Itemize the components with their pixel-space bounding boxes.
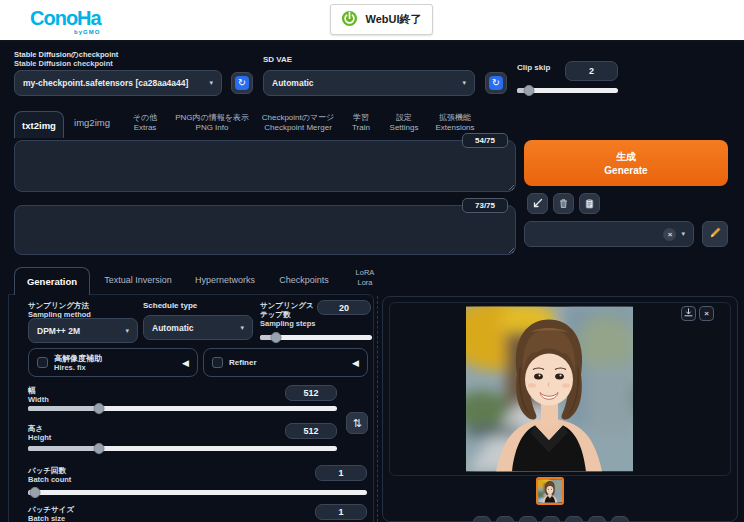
resize-handle-icon[interactable] (508, 184, 515, 191)
hires-fix-accordion[interactable]: 高解像度補助 Hires. fix ◀ (28, 348, 198, 377)
height-input[interactable]: 512 (285, 423, 337, 439)
schedule-type-value: Automatic (152, 323, 194, 333)
switch-dimensions-button[interactable]: ⇅ (346, 412, 368, 434)
hires-fix-checkbox[interactable] (37, 357, 48, 368)
tab-txt2img[interactable]: txt2img (14, 111, 64, 138)
sampling-method-value: DPM++ 2M (37, 326, 80, 336)
tab-generation[interactable]: Generation (14, 267, 90, 295)
checkpoint-value: my-checkpoint.safetensors [ca28aa4a44] (23, 78, 188, 88)
pencil-icon (709, 225, 722, 243)
prompt-token-counter: 54/75 (462, 133, 508, 148)
generated-image[interactable] (466, 306, 633, 472)
negative-prompt-input[interactable] (14, 205, 516, 255)
webui-exit-label: WebUI終了 (365, 12, 421, 27)
webui-exit-button[interactable]: WebUI終了 (330, 4, 433, 35)
schedule-type-label: Schedule type (143, 301, 197, 310)
batch-count-input[interactable]: 1 (315, 465, 367, 481)
gallery-action-button[interactable] (588, 516, 606, 522)
column-resize-handle[interactable] (377, 296, 378, 522)
generate-button[interactable]: 生成 Generate (524, 140, 728, 186)
gallery-action-button[interactable] (496, 516, 514, 522)
top-header: ConoHa byGMO WebUI終了 (0, 0, 744, 42)
clip-skip-label: Clip skip (517, 63, 550, 72)
resize-handle-icon[interactable] (508, 247, 515, 254)
close-image-button[interactable]: × (699, 306, 714, 321)
collapse-arrow-icon[interactable]: ◀ (352, 358, 359, 368)
hires-fix-label-ja: 高解像度補助 (54, 354, 102, 363)
chevron-down-icon: ▾ (681, 230, 685, 238)
clip-skip-input[interactable]: 2 (565, 61, 618, 81)
clipboard-icon (584, 195, 595, 213)
vae-refresh-button[interactable]: ↻ (485, 72, 507, 94)
gallery-thumbnail-selected[interactable] (536, 477, 564, 505)
prompt-input[interactable] (14, 140, 516, 192)
height-label-en: Height (28, 433, 51, 442)
batch-count-label-en: Batch count (28, 475, 71, 484)
arrow-down-left-icon (532, 195, 543, 213)
sampling-method-label-ja: サンプリング方法 (28, 301, 89, 310)
refiner-label: Refiner (229, 358, 257, 367)
tab-checkpoint-merger[interactable]: Checkpointのマージ Checkpoint Merger (256, 113, 340, 132)
tab-hypernetworks[interactable]: Hypernetworks (188, 275, 262, 286)
sampling-steps-label-en: Sampling steps (260, 319, 315, 328)
stable-diffusion-webui: ConoHa byGMO WebUI終了 Stable Diffusionのch… (0, 0, 744, 522)
batch-count-slider[interactable] (28, 486, 367, 498)
chevron-down-icon: ▾ (125, 327, 129, 335)
sampling-steps-slider[interactable] (260, 331, 372, 343)
conoha-logo-sub: byGMO (74, 29, 100, 35)
gallery-action-button[interactable] (473, 516, 491, 522)
vae-label: SD VAE (263, 55, 292, 64)
batch-size-input[interactable]: 1 (315, 504, 367, 520)
collapse-arrow-icon[interactable]: ◀ (182, 358, 189, 368)
chevron-down-icon: ▾ (209, 79, 213, 87)
tab-lora[interactable]: LoRA Lora (346, 268, 384, 287)
sampling-steps-label-ja: サンプリングステップ数 (260, 301, 318, 319)
gallery-action-button[interactable] (519, 516, 537, 522)
sampling-method-dropdown[interactable]: DPM++ 2M ▾ (28, 318, 138, 343)
close-icon: × (704, 309, 709, 318)
edit-styles-button[interactable] (702, 221, 728, 247)
slider-knob[interactable] (524, 85, 535, 96)
schedule-type-dropdown[interactable]: Automatic ▾ (143, 315, 253, 340)
paste-params-button[interactable] (527, 193, 548, 214)
refiner-checkbox[interactable] (212, 357, 223, 368)
trash-icon (558, 195, 569, 213)
refresh-icon: ↻ (235, 76, 249, 90)
download-image-button[interactable] (681, 306, 696, 321)
tab-extensions[interactable]: 拡張機能 Extensions (430, 113, 480, 132)
download-icon (684, 308, 693, 319)
height-slider[interactable] (28, 442, 337, 454)
vae-dropdown[interactable]: Automatic ▾ (263, 70, 475, 96)
conoha-logo: ConoHa (30, 7, 101, 30)
gallery-action-button[interactable] (542, 516, 560, 522)
tab-img2img[interactable]: img2img (70, 117, 114, 128)
hires-fix-label-en: Hires. fix (54, 363, 102, 372)
tab-checkpoints[interactable]: Checkpoints (272, 275, 336, 286)
styles-dropdown[interactable]: × ▾ (524, 221, 694, 247)
checkpoint-label-en: Stable Diffusion checkpoint (14, 59, 113, 68)
chevron-down-icon: ▾ (462, 79, 466, 87)
refiner-accordion[interactable]: Refiner ◀ (203, 348, 368, 377)
width-slider[interactable] (28, 402, 337, 414)
sampling-steps-input[interactable]: 20 (317, 300, 371, 315)
refresh-icon: ↻ (489, 76, 503, 90)
checkpoint-refresh-button[interactable]: ↻ (231, 72, 253, 94)
clip-skip-slider[interactable] (517, 84, 618, 96)
gallery-action-button[interactable] (611, 516, 629, 522)
gallery-action-button[interactable] (565, 516, 583, 522)
apply-styles-button[interactable] (579, 193, 600, 214)
negative-prompt-token-counter: 73/75 (462, 198, 508, 213)
checkpoint-dropdown[interactable]: my-checkpoint.safetensors [ca28aa4a44] ▾ (14, 70, 222, 96)
tab-train[interactable]: 学習 Train (344, 113, 378, 132)
tab-textual-inversion[interactable]: Textual Inversion (97, 275, 179, 286)
clear-prompt-button[interactable] (553, 193, 574, 214)
switch-dimensions-icon: ⇅ (352, 417, 361, 430)
clear-icon[interactable]: × (663, 228, 676, 241)
vae-value: Automatic (272, 78, 314, 88)
power-icon (341, 10, 358, 30)
tab-png-info[interactable]: PNG内の情報を表示 PNG Info (172, 113, 252, 132)
tab-settings[interactable]: 設定 Settings (384, 113, 424, 132)
width-input[interactable]: 512 (285, 385, 337, 401)
tab-extras[interactable]: その他 Extras (122, 113, 168, 132)
batch-size-label-en: Batch size (28, 514, 65, 522)
